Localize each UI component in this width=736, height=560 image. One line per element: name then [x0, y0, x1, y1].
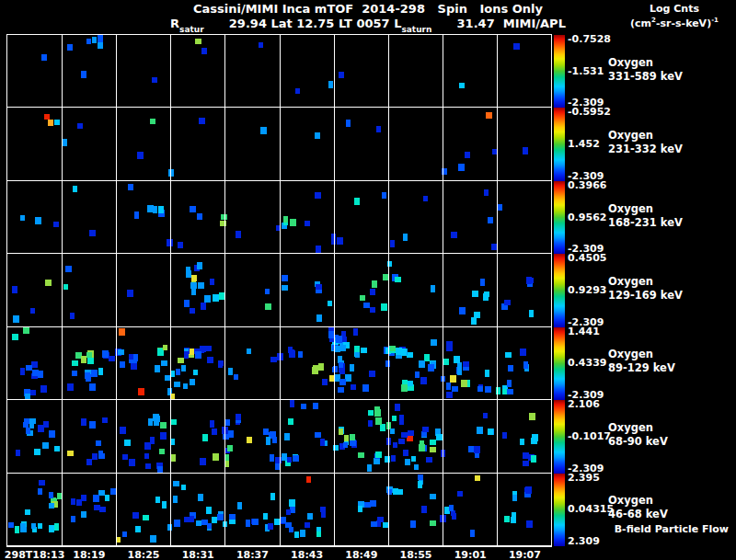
- gridline-vertical: [280, 35, 281, 546]
- data-pixel: [87, 358, 94, 364]
- data-pixel: [26, 428, 30, 434]
- data-pixel: [236, 231, 241, 238]
- time-tick-label: 19:01: [454, 549, 487, 560]
- data-pixel: [405, 459, 410, 465]
- data-pixel: [485, 370, 489, 377]
- scale-mid-label: 0.4339: [568, 358, 606, 368]
- data-pixel: [186, 270, 191, 278]
- data-pixel: [129, 459, 135, 466]
- data-pixel: [527, 278, 534, 283]
- data-pixel: [419, 360, 425, 368]
- data-pixel: [529, 413, 535, 420]
- data-pixel: [92, 37, 97, 43]
- data-pixel: [135, 526, 141, 532]
- data-pixel: [376, 126, 381, 132]
- data-pixel: [190, 206, 196, 212]
- data-pixel: [173, 496, 178, 503]
- data-pixel: [218, 360, 224, 366]
- data-pixel: [411, 456, 416, 462]
- data-pixel: [32, 370, 39, 376]
- data-pixel: [430, 447, 436, 452]
- data-pixel: [270, 493, 275, 500]
- data-pixel: [145, 463, 151, 469]
- data-pixel: [367, 464, 372, 472]
- data-pixel: [176, 369, 180, 375]
- data-pixel: [407, 352, 413, 358]
- data-pixel: [81, 71, 86, 78]
- time-tick-label: 18:31: [182, 549, 214, 560]
- data-pixel: [420, 440, 424, 447]
- data-pixel: [63, 284, 68, 290]
- data-pixel: [484, 189, 489, 196]
- data-pixel: [20, 527, 27, 532]
- data-pixel: [531, 438, 537, 444]
- data-pixel: [143, 515, 149, 520]
- data-pixel: [358, 506, 362, 512]
- data-pixel: [72, 371, 77, 376]
- data-pixel: [124, 440, 131, 446]
- data-pixel: [86, 459, 92, 465]
- data-pixel: [195, 39, 201, 44]
- data-pixel: [328, 301, 332, 306]
- data-pixel: [382, 192, 386, 199]
- data-pixel: [305, 522, 310, 528]
- scale-mid-label: 1.452: [568, 139, 600, 149]
- data-pixel: [153, 206, 157, 213]
- data-pixel: [160, 422, 167, 429]
- data-pixel: [502, 432, 507, 439]
- data-pixel: [316, 246, 321, 253]
- data-pixel: [513, 43, 520, 50]
- data-pixel: [152, 77, 157, 83]
- data-pixel: [181, 485, 186, 490]
- data-pixel: [370, 307, 375, 313]
- data-pixel: [228, 430, 234, 438]
- data-pixel: [511, 517, 516, 523]
- data-pixel: [119, 328, 125, 336]
- data-pixel: [457, 362, 462, 370]
- data-pixel: [350, 364, 354, 371]
- data-pixel: [381, 303, 387, 311]
- data-pixel: [148, 418, 153, 426]
- data-pixel: [428, 364, 434, 371]
- colorbar-title: Log Cnts: [615, 3, 734, 15]
- data-pixel: [150, 119, 155, 124]
- data-pixel: [316, 284, 322, 290]
- colorbar: [554, 254, 565, 326]
- panel-species-labels: Oxygen331-589 keVOxygen231-332 keVOxygen…: [608, 35, 728, 546]
- data-pixel: [53, 222, 59, 227]
- data-pixel: [246, 520, 250, 527]
- data-pixel: [315, 132, 320, 139]
- data-pixel: [110, 488, 116, 495]
- scale-top-label: 1.441: [568, 326, 600, 337]
- data-pixel: [372, 280, 377, 288]
- time-tick-label: 19:07: [509, 549, 541, 560]
- data-pixel: [41, 54, 47, 61]
- data-pixel: [247, 349, 251, 354]
- data-pixel: [504, 300, 511, 305]
- data-pixel: [183, 383, 188, 389]
- data-pixel: [210, 420, 214, 428]
- gridline-vertical: [116, 35, 117, 546]
- gridline-vertical: [443, 35, 443, 546]
- data-pixel: [449, 505, 454, 511]
- data-pixel: [129, 354, 133, 360]
- data-pixel: [526, 520, 533, 528]
- data-pixel: [399, 415, 404, 420]
- data-pixel: [293, 455, 299, 462]
- data-pixel: [418, 474, 423, 480]
- data-pixel: [54, 523, 59, 531]
- data-pixel: [343, 442, 348, 448]
- data-pixel: [316, 314, 322, 322]
- data-pixel: [122, 454, 128, 460]
- data-pixel: [263, 513, 268, 520]
- data-pixel: [488, 217, 493, 223]
- data-pixel: [392, 416, 397, 421]
- data-pixel: [368, 420, 373, 427]
- data-pixel: [98, 35, 103, 42]
- bfield-particle-flow-label: B-field Particle Flow: [607, 523, 729, 535]
- data-pixel: [483, 413, 488, 418]
- scale-mid-label: 0.9562: [568, 212, 606, 223]
- data-pixel: [452, 386, 458, 392]
- data-pixel: [393, 442, 397, 448]
- data-pixel: [488, 429, 493, 435]
